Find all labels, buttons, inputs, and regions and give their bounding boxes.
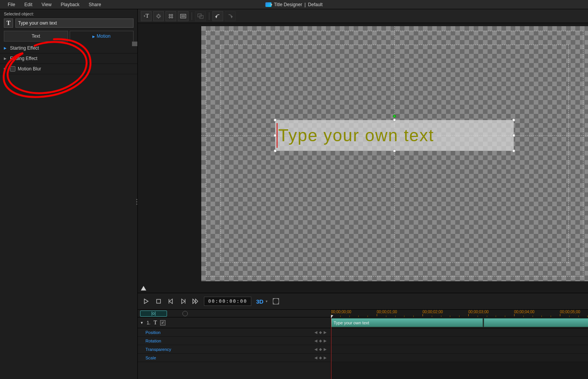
- menu-share[interactable]: Share: [84, 0, 106, 9]
- play-button[interactable]: [142, 297, 150, 305]
- timeline-tracks[interactable]: 00;00;00;0000;00;01;0000;00;02;0000;00;0…: [331, 310, 588, 379]
- resize-handle-ne[interactable]: [512, 119, 515, 122]
- resize-handle-w[interactable]: [274, 134, 277, 137]
- add-keyframe-icon[interactable]: ◆: [319, 330, 322, 334]
- add-keyframe-icon[interactable]: ◆: [319, 356, 322, 360]
- resize-handle-sw[interactable]: [274, 149, 277, 152]
- svg-point-10: [169, 17, 170, 18]
- prop-lane-scale[interactable]: [331, 354, 588, 362]
- tab-text[interactable]: Text: [4, 31, 68, 42]
- resize-handle-e[interactable]: [512, 134, 515, 137]
- prop-name: Scale: [145, 356, 156, 360]
- motion-blur-checkbox[interactable]: [10, 66, 15, 72]
- redo-button[interactable]: [225, 11, 236, 21]
- ruler-tick: 00;00;04;00: [514, 310, 535, 314]
- prev-frame-button[interactable]: [167, 297, 175, 305]
- selected-object-name[interactable]: Type your own text: [15, 18, 134, 28]
- playback-bar: 00:00:00:00 3D▼: [138, 293, 588, 310]
- window-title: Title Designer | Default: [266, 2, 323, 7]
- expand-icon: ▼: [140, 321, 144, 325]
- undo-button[interactable]: [212, 11, 223, 21]
- tab-motion-label: Motion: [97, 33, 110, 39]
- prop-name: Position: [145, 330, 160, 335]
- prop-label: Motion Blur: [18, 66, 41, 72]
- svg-line-5: [159, 17, 160, 18]
- timecode-display[interactable]: 00:00:00:00: [204, 297, 251, 306]
- playhead-line: [331, 317, 331, 379]
- title-text-content: Type your own text: [278, 126, 434, 145]
- rotate-handle[interactable]: [393, 115, 396, 118]
- track-prop-position[interactable]: Position ◀◆▶: [138, 328, 331, 337]
- fullscreen-button[interactable]: [273, 298, 279, 304]
- prev-keyframe-icon[interactable]: ◀: [314, 347, 317, 351]
- prop-starting-effect[interactable]: ▶ Starting Effect: [0, 43, 137, 53]
- canvas-toolbar: +T: [138, 9, 588, 23]
- title-sep: |: [304, 2, 306, 7]
- track-header-1[interactable]: ▼ 1. T: [138, 317, 331, 328]
- group-button[interactable]: [195, 11, 206, 21]
- prev-keyframe-icon[interactable]: ◀: [314, 330, 317, 334]
- next-keyframe-icon[interactable]: ▶: [324, 330, 327, 334]
- app-logo-icon: [266, 2, 272, 7]
- scrollbar-thumb[interactable]: [132, 42, 137, 46]
- add-keyframe-icon[interactable]: ◆: [319, 339, 322, 343]
- 3d-toggle[interactable]: 3D▼: [256, 298, 268, 305]
- resize-handle-se[interactable]: [512, 149, 515, 152]
- clip-label: Type your own text: [334, 321, 369, 325]
- timeline-ruler[interactable]: 00;00;00;0000;00;01;0000;00;02;0000;00;0…: [331, 310, 588, 317]
- zoom-slider-handle[interactable]: [141, 286, 146, 291]
- prop-motion-blur[interactable]: ▶ Motion Blur: [0, 64, 137, 74]
- clip-text-2[interactable]: [484, 318, 588, 327]
- add-keyframe-icon[interactable]: ◆: [319, 347, 322, 351]
- title-text-object[interactable]: Type your own text: [275, 120, 514, 151]
- add-particle-button[interactable]: [153, 11, 164, 21]
- fast-forward-button[interactable]: [192, 297, 199, 305]
- track-lane-1[interactable]: Type your own text: [331, 317, 588, 328]
- preset-name: Default: [308, 2, 322, 7]
- menu-file[interactable]: File: [3, 0, 20, 9]
- next-keyframe-icon[interactable]: ▶: [324, 347, 327, 351]
- prev-keyframe-icon[interactable]: ◀: [314, 356, 317, 360]
- expand-icon: ▶: [4, 57, 8, 60]
- add-image-button[interactable]: [165, 11, 176, 21]
- canvas[interactable]: Type your own text: [138, 23, 588, 293]
- tab-motion[interactable]: ▶Motion: [70, 31, 134, 42]
- resize-handle-n[interactable]: [393, 119, 396, 122]
- selected-object-label: Selected object:: [0, 9, 137, 18]
- ruler-tick: 00;00;02;00: [423, 310, 443, 314]
- clip-text-1[interactable]: Type your own text: [331, 318, 483, 327]
- snap-toggle[interactable]: [182, 311, 188, 316]
- prop-label: Starting Effect: [10, 45, 39, 51]
- add-background-button[interactable]: [178, 11, 189, 21]
- resize-handle-nw[interactable]: [274, 119, 277, 122]
- prop-lane-position[interactable]: [331, 328, 588, 337]
- playhead-icon[interactable]: [331, 315, 333, 318]
- track-visible-checkbox[interactable]: [160, 320, 165, 326]
- keyframe-mode-toggle[interactable]: []: [140, 311, 167, 317]
- prop-ending-effect[interactable]: ▶ Ending Effect: [0, 53, 137, 64]
- next-keyframe-icon[interactable]: ▶: [324, 339, 327, 343]
- prop-label: Ending Effect: [10, 56, 37, 61]
- svg-point-9: [171, 14, 173, 16]
- add-text-button[interactable]: +T: [141, 11, 152, 21]
- prop-lane-transparency[interactable]: [331, 345, 588, 354]
- track-prop-rotation[interactable]: Rotation ◀◆▶: [138, 337, 331, 345]
- menu-view[interactable]: View: [37, 0, 56, 9]
- next-frame-button[interactable]: [179, 297, 187, 305]
- ruler-tick: 00;00;03;00: [468, 310, 489, 314]
- prop-lane-rotation[interactable]: [331, 337, 588, 345]
- track-prop-scale[interactable]: Scale ◀◆▶: [138, 354, 331, 362]
- menu-playback[interactable]: Playback: [56, 0, 84, 9]
- dropdown-icon: ▼: [265, 300, 268, 303]
- ruler-tick: 00;00;05;00: [560, 310, 580, 314]
- next-keyframe-icon[interactable]: ▶: [324, 356, 327, 360]
- menu-edit[interactable]: Edit: [20, 0, 37, 9]
- expand-icon: ▶: [4, 67, 8, 71]
- svg-point-11: [171, 17, 173, 18]
- svg-line-6: [159, 15, 160, 15]
- prev-keyframe-icon[interactable]: ◀: [314, 339, 317, 343]
- resize-handle-s[interactable]: [393, 149, 396, 152]
- track-prop-transparency[interactable]: Transparency ◀◆▶: [138, 345, 331, 354]
- stop-button[interactable]: [155, 297, 162, 305]
- prop-name: Transparency: [145, 347, 171, 352]
